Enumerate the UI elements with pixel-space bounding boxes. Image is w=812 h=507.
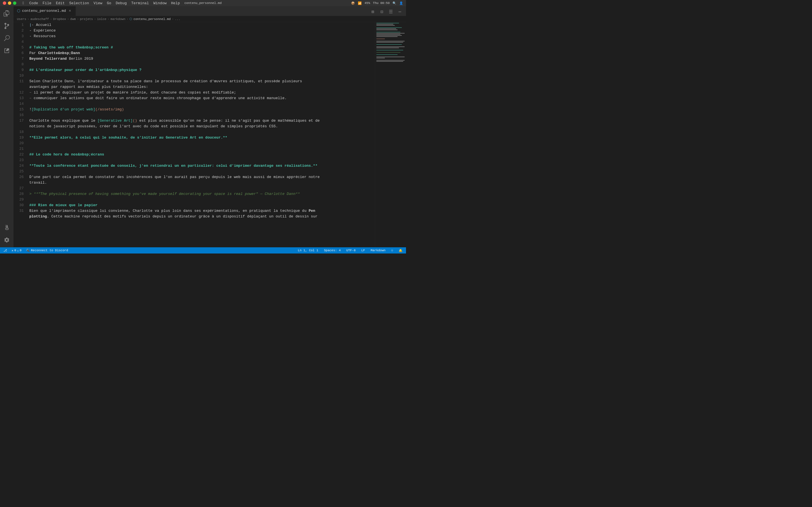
breadcrumb-current-file[interactable]: contenu_personnel.md — [133, 17, 170, 21]
svg-rect-15 — [376, 47, 405, 47]
breadcrumb-dropbox[interactable]: Dropbox — [53, 17, 66, 21]
titlebar:  Code File Edit Selection View Go Debug… — [0, 0, 406, 6]
line-num-14: 14 — [13, 101, 26, 107]
line-num-26b — [13, 180, 26, 186]
explorer-icon[interactable] — [2, 8, 12, 18]
wifi-icon: 📶 — [358, 1, 362, 5]
menu-file[interactable]: File — [43, 1, 51, 5]
editor-tab[interactable]: ⬡ contenu_personnel.md × — [13, 6, 76, 16]
status-bar: ⎇ ✕ 0 ⚠ 0 🔌 Reconnect to Discord Ln 1, C… — [0, 247, 406, 253]
extensions-icon[interactable] — [2, 46, 12, 56]
menu-go[interactable]: Go — [107, 1, 111, 5]
code-line-27 — [28, 186, 375, 191]
line-num-31: 31 — [13, 208, 26, 214]
tab-close-button[interactable]: × — [68, 9, 72, 13]
code-line-16 — [28, 112, 375, 118]
line-num-28: 28 — [13, 191, 26, 197]
line-num-22: 22 — [13, 152, 26, 158]
menu-debug[interactable]: Debug — [116, 1, 127, 5]
svg-rect-6 — [376, 32, 400, 33]
indentation[interactable]: Spaces: 4 — [323, 247, 342, 253]
menu-edit[interactable]: Edit — [56, 1, 64, 5]
code-area[interactable]: |- Accueil - Expérience - Ressources # T… — [28, 22, 375, 247]
breadcrumb-dwm[interactable]: dwm — [70, 17, 76, 21]
code-line-31b: plotting. Cette machine reproduit des mo… — [28, 214, 375, 219]
line-num-26: 26 — [13, 174, 26, 180]
code-line-19: **Elle permet alors, à celui qui le souh… — [28, 135, 375, 140]
editor-layout-button[interactable]: ⊡ — [378, 8, 386, 16]
line-num-17b — [13, 124, 26, 129]
breadcrumb-projets[interactable]: projets — [80, 17, 93, 21]
more-actions-button[interactable]: ⋯ — [396, 8, 404, 16]
encoding[interactable]: UTF-8 — [345, 247, 357, 253]
code-line-15: ![Duplication d'un projet web](/assets/i… — [28, 107, 375, 112]
bell-icon: 🔔 — [399, 249, 403, 252]
line-num-18: 18 — [13, 129, 26, 135]
breadcrumb-markdown[interactable]: markdown — [110, 17, 125, 21]
split-editor-button[interactable]: ⊞ — [369, 8, 377, 16]
line-num-31b — [13, 214, 26, 219]
code-line-3: - Ressources — [28, 34, 375, 39]
code-line-17b: notions de javascript poussées, créer de… — [28, 124, 375, 129]
breadcrumb-more[interactable]: ... — [175, 17, 181, 21]
eol[interactable]: LF — [360, 247, 366, 253]
svg-rect-4 — [376, 29, 396, 29]
cursor-position[interactable]: Ln 1, Col 1 — [297, 247, 319, 253]
line-num-1: 1 — [13, 22, 26, 28]
line-num-5: 5 — [13, 45, 26, 50]
breadcrumb-users[interactable]: Users — [17, 17, 26, 21]
code-line-18 — [28, 129, 375, 135]
apple-menu[interactable]:  — [22, 1, 25, 5]
search-icon[interactable]: 🔍 — [393, 1, 396, 5]
user-icon[interactable]: 👤 — [399, 1, 403, 5]
search-icon[interactable] — [2, 33, 12, 43]
close-button[interactable] — [3, 1, 6, 5]
code-line-11a: Selon Charlotte Dann, l'ordinateur a tou… — [28, 78, 375, 84]
line-num-12: 12 — [13, 90, 26, 96]
status-right: Ln 1, Col 1 Spaces: 4 UTF-8 LF Markdown … — [297, 247, 404, 253]
language-mode[interactable]: Markdown — [370, 247, 387, 253]
code-line-11b: avantages par rapport aux médias plus tr… — [28, 84, 375, 90]
tab-actions: ⊞ ⊡ ☰ ⋯ — [369, 8, 406, 16]
code-line-30: ### Rien de mieux que le papier — [28, 203, 375, 208]
minimize-button[interactable] — [8, 1, 11, 5]
svg-rect-12 — [376, 41, 405, 41]
errors-status[interactable]: ✕ 0 ⚠ 0 — [10, 247, 22, 253]
smiley-icon[interactable]: ☺ — [390, 247, 394, 253]
menu-window[interactable]: Window — [153, 1, 167, 5]
line-num-15: 15 — [13, 107, 26, 112]
git-icon[interactable]: ⎇ — [2, 247, 8, 253]
svg-rect-0 — [376, 23, 399, 23]
line-num-17: 17 — [13, 118, 26, 124]
code-line-6: Par Charlotte&nbsp;Dann — [28, 50, 375, 56]
cursor-position-label: Ln 1, Col 1 — [298, 249, 318, 252]
anchor-icon[interactable] — [2, 223, 12, 233]
discord-reconnect[interactable]: 🔌 Reconnect to Discord — [25, 247, 69, 253]
breadcrumb-iolce[interactable]: iolce — [97, 17, 106, 21]
notifications-icon[interactable]: 🔔 — [398, 247, 404, 253]
svg-rect-17 — [376, 50, 403, 50]
code-line-13: – communiquer les actions que doit faire… — [28, 96, 375, 101]
settings-icon[interactable] — [2, 235, 12, 245]
tab-label: contenu_personnel.md — [22, 9, 66, 13]
maximize-button[interactable] — [13, 1, 16, 5]
menu-help[interactable]: Help — [171, 1, 180, 5]
menu-view[interactable]: View — [94, 1, 102, 5]
line-num-27: 27 — [13, 186, 26, 191]
line-num-11: 11 — [13, 78, 26, 84]
discord-icon: 🔌 — [26, 249, 30, 252]
source-control-icon[interactable] — [2, 21, 12, 31]
menu-terminal[interactable]: Terminal — [132, 1, 149, 5]
breadcrumb-audeschaff[interactable]: audeschaff — [31, 17, 49, 21]
menu-selection[interactable]: Selection — [69, 1, 89, 5]
code-line-24: **Toute la conférence étant ponctuée de … — [28, 163, 375, 169]
line-num-30: 30 — [13, 203, 26, 208]
code-line-17a: Charlotte nous explique que le [Generati… — [28, 118, 375, 124]
code-line-21 — [28, 146, 375, 152]
menu-code[interactable]: Code — [29, 1, 38, 5]
toggle-sidebar-button[interactable]: ☰ — [387, 8, 395, 16]
code-line-23 — [28, 158, 375, 163]
tab-bar: ⬡ contenu_personnel.md × ⊞ ⊡ ☰ ⋯ — [13, 6, 406, 16]
line-num-4: 4 — [13, 39, 26, 45]
code-line-29 — [28, 197, 375, 203]
